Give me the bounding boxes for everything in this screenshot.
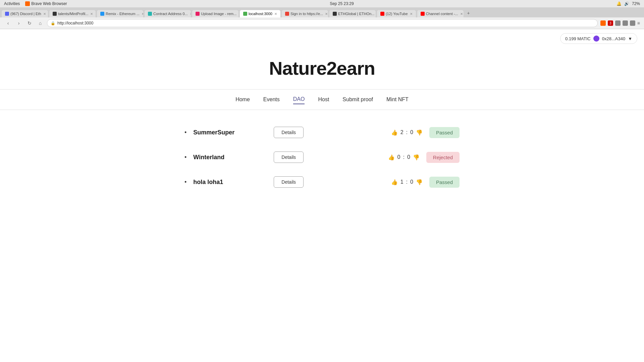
tab-localhost[interactable]: localhost:3000 ✕ xyxy=(239,10,281,17)
browser-favicon xyxy=(25,1,30,6)
tab-close-youtube1[interactable]: ✕ xyxy=(410,12,413,16)
brave-shield-icon[interactable] xyxy=(600,20,606,26)
tab-favicon-talents xyxy=(53,12,57,16)
tab-upload[interactable]: Upload Image - rem... ✕ xyxy=(192,10,239,17)
browser-name-label: Brave Web Browser xyxy=(31,1,67,6)
details-button-hola[interactable]: Details xyxy=(274,176,304,188)
nav-dao[interactable]: DAO xyxy=(293,95,305,104)
tab-youtube2[interactable]: Channel content -... ✕ xyxy=(417,10,464,17)
votes-against-summer: 0 xyxy=(410,129,413,135)
vote-separator-summer: : xyxy=(406,129,408,135)
tab-label-gmail: Sign in to https://e... xyxy=(290,12,323,16)
tab-label-ethglobal: ETHGlobal | ETHOn... xyxy=(338,12,375,16)
tab-label-youtube1: (12) YouTube xyxy=(386,12,408,16)
wallet-bar: 0.199 MATIC 0x28...A340 ▼ xyxy=(0,29,644,44)
new-tab-button[interactable]: + xyxy=(465,9,473,17)
tab-youtube1[interactable]: (12) YouTube ✕ xyxy=(377,10,416,17)
tab-gmail[interactable]: Sign in to https://e... ✕ xyxy=(281,10,328,17)
tab-favicon-gmail xyxy=(285,12,289,16)
tab-label-contract: Contract Address 0... xyxy=(153,12,188,16)
tab-ethglobal[interactable]: ETHGlobal | ETHOn... ✕ xyxy=(329,10,376,17)
tab-favicon-upload xyxy=(196,12,200,16)
dao-item-summer: • SummerSuper Details 👍 2 : 0 👎 Passed xyxy=(184,127,460,138)
vote-separator-hola: : xyxy=(406,179,408,185)
tab-favicon-remix xyxy=(100,12,104,16)
browser-chrome: Activities Brave Web Browser Sep 25 23:2… xyxy=(0,0,644,29)
browser-extensions: 3 ≡ xyxy=(600,20,640,26)
tab-contract[interactable]: Contract Address 0... ✕ xyxy=(144,10,191,17)
dao-name-winter: Winterland xyxy=(193,154,247,161)
wallet-icon xyxy=(593,36,599,42)
vote-separator-winter: : xyxy=(403,154,404,160)
dao-bullet-summer: • xyxy=(184,129,186,136)
nav-submit-proof[interactable]: Submit proof xyxy=(342,95,373,104)
tab-label-discord: (967) Discord | Eth xyxy=(10,12,41,16)
tab-favicon-ethglobal xyxy=(333,12,337,16)
extensions-menu[interactable]: ≡ xyxy=(637,20,640,26)
nav-events[interactable]: Events xyxy=(263,95,280,104)
home-button[interactable]: ⌂ xyxy=(36,19,44,27)
tab-favicon-youtube1 xyxy=(380,12,384,16)
dao-bullet-hola: • xyxy=(184,179,186,186)
tab-close-localhost[interactable]: ✕ xyxy=(274,12,277,16)
lock-icon: 🔒 xyxy=(51,21,55,25)
status-badge-winter: Rejected xyxy=(426,152,460,163)
tab-talents[interactable]: talents/MintProfil... ✕ xyxy=(49,10,96,17)
thumbs-up-icon-winter: 👍 xyxy=(388,154,395,161)
browser-topbar: Activities Brave Web Browser Sep 25 23:2… xyxy=(0,0,644,7)
nav-mint-nft[interactable]: Mint NFT xyxy=(386,95,409,104)
thumbs-up-icon-summer: 👍 xyxy=(391,129,398,136)
ext-icon-1[interactable] xyxy=(615,20,621,26)
votes-for-hola: 1 xyxy=(400,179,404,185)
dao-item-winter: • Winterland Details 👍 0 : 0 👎 Rejected xyxy=(184,152,460,163)
battery-label: 72% xyxy=(632,1,640,6)
ext-icon-2[interactable] xyxy=(623,20,628,26)
tab-remix[interactable]: Remix - Ethereum ... ✕ xyxy=(97,10,144,17)
votes-against-winter: 0 xyxy=(407,154,410,160)
browser-tab-strip: (967) Discord | Eth ✕ talents/MintProfil… xyxy=(0,7,644,17)
nav-home[interactable]: Home xyxy=(235,95,250,104)
votes-against-hola: 0 xyxy=(410,179,413,185)
tab-close-remix[interactable]: ✕ xyxy=(142,12,144,16)
address-bar[interactable]: 🔒 http://localhost:3000 xyxy=(47,19,598,27)
wallet-balance: 0.199 MATIC xyxy=(565,36,591,41)
browser-addressbar: ‹ › ↻ ⌂ 🔒 http://localhost:3000 3 ≡ xyxy=(0,17,644,29)
details-button-winter[interactable]: Details xyxy=(274,152,304,163)
tab-close-discord[interactable]: ✕ xyxy=(43,12,46,16)
tab-favicon-discord xyxy=(5,12,9,16)
tab-close-upload[interactable]: ✕ xyxy=(238,12,239,16)
activities-label[interactable]: Activities xyxy=(4,1,20,6)
forward-button[interactable]: › xyxy=(15,19,23,27)
tab-favicon-contract xyxy=(148,12,152,16)
ext-icon-3[interactable] xyxy=(630,20,635,26)
votes-for-winter: 0 xyxy=(397,154,400,160)
tab-close-youtube2[interactable]: ✕ xyxy=(460,12,463,16)
reload-button[interactable]: ↻ xyxy=(25,19,34,27)
back-button[interactable]: ‹ xyxy=(4,19,12,27)
system-datetime: Sep 25 23:29 xyxy=(330,1,354,6)
main-nav: Home Events DAO Host Submit proof Mint N… xyxy=(0,89,644,110)
chevron-down-icon: ▼ xyxy=(628,36,632,41)
system-icon-1: 🔔 xyxy=(616,1,622,6)
dao-list: • SummerSuper Details 👍 2 : 0 👎 Passed •… xyxy=(171,120,473,208)
tab-discord[interactable]: (967) Discord | Eth ✕ xyxy=(1,10,48,17)
tab-label-youtube2: Channel content -... xyxy=(426,12,458,16)
status-badge-summer: Passed xyxy=(429,127,460,138)
tab-label-upload: Upload Image - rem... xyxy=(201,12,236,16)
tab-close-talents[interactable]: ✕ xyxy=(90,12,93,16)
notification-badge: 3 xyxy=(608,20,613,26)
tab-close-gmail[interactable]: ✕ xyxy=(325,12,328,16)
tab-close-contract[interactable]: ✕ xyxy=(190,12,191,16)
thumbs-down-icon-summer: 👎 xyxy=(416,129,423,136)
tab-favicon-youtube2 xyxy=(421,12,425,16)
details-button-summer[interactable]: Details xyxy=(274,127,304,138)
nav-host[interactable]: Host xyxy=(318,95,329,104)
wallet-button[interactable]: 0.199 MATIC 0x28...A340 ▼ xyxy=(560,33,637,44)
thumbs-up-icon-hola: 👍 xyxy=(391,179,398,185)
tab-favicon-localhost xyxy=(243,12,247,16)
url-display[interactable]: http://localhost:3000 xyxy=(57,21,93,25)
app-container: 0.199 MATIC 0x28...A340 ▼ Nature2earn Ho… xyxy=(0,29,644,362)
page-title: Nature2earn xyxy=(0,44,644,89)
dao-name-summer: SummerSuper xyxy=(193,129,247,136)
system-icons: 🔔 🔊 72% xyxy=(616,1,640,6)
